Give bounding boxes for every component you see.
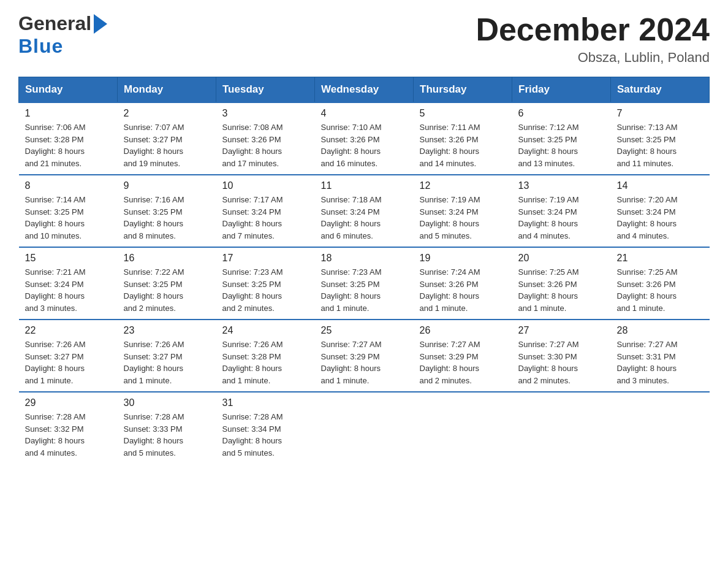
calendar-cell: 9 Sunrise: 7:16 AM Sunset: 3:25 PM Dayli… [118, 175, 216, 247]
day-info: Sunrise: 7:28 AM Sunset: 3:34 PM Dayligh… [222, 411, 309, 459]
day-info: Sunrise: 7:27 AM Sunset: 3:29 PM Dayligh… [321, 339, 408, 386]
calendar-cell: 10 Sunrise: 7:17 AM Sunset: 3:24 PM Dayl… [216, 175, 315, 247]
calendar-cell: 2 Sunrise: 7:07 AM Sunset: 3:27 PM Dayli… [118, 102, 216, 175]
calendar-cell: 11 Sunrise: 7:18 AM Sunset: 3:24 PM Dayl… [315, 175, 414, 247]
day-number: 30 [124, 397, 210, 408]
day-number: 2 [124, 108, 210, 119]
day-info: Sunrise: 7:28 AM Sunset: 3:33 PM Dayligh… [124, 411, 210, 459]
calendar-cell: 17 Sunrise: 7:23 AM Sunset: 3:25 PM Dayl… [216, 247, 315, 320]
calendar-table: Sunday Monday Tuesday Wednesday Thursday… [18, 77, 710, 464]
day-info: Sunrise: 7:06 AM Sunset: 3:28 PM Dayligh… [25, 121, 112, 169]
day-info: Sunrise: 7:16 AM Sunset: 3:25 PM Dayligh… [124, 194, 210, 242]
day-info: Sunrise: 7:26 AM Sunset: 3:27 PM Dayligh… [124, 339, 210, 386]
day-info: Sunrise: 7:24 AM Sunset: 3:26 PM Dayligh… [420, 266, 506, 314]
header-thursday: Thursday [414, 77, 512, 103]
day-number: 25 [321, 325, 408, 336]
week-row-4: 22 Sunrise: 7:26 AM Sunset: 3:27 PM Dayl… [19, 320, 710, 392]
day-info: Sunrise: 7:25 AM Sunset: 3:26 PM Dayligh… [617, 266, 703, 314]
day-number: 14 [617, 180, 703, 191]
day-number: 19 [420, 253, 506, 264]
day-info: Sunrise: 7:28 AM Sunset: 3:32 PM Dayligh… [25, 411, 112, 459]
header-wednesday: Wednesday [315, 77, 414, 103]
calendar-cell: 16 Sunrise: 7:22 AM Sunset: 3:25 PM Dayl… [118, 247, 216, 320]
calendar-cell [315, 392, 414, 464]
page-header: General Blue December 2024 Obsza, Lublin… [18, 12, 710, 66]
day-info: Sunrise: 7:27 AM Sunset: 3:29 PM Dayligh… [420, 339, 506, 386]
day-number: 29 [25, 397, 112, 408]
day-number: 17 [222, 253, 309, 264]
logo: General Blue [18, 12, 107, 58]
calendar-cell: 26 Sunrise: 7:27 AM Sunset: 3:29 PM Dayl… [414, 320, 512, 392]
calendar-cell: 12 Sunrise: 7:19 AM Sunset: 3:24 PM Dayl… [414, 175, 512, 247]
day-number: 20 [518, 253, 605, 264]
header-friday: Friday [512, 77, 611, 103]
day-info: Sunrise: 7:19 AM Sunset: 3:24 PM Dayligh… [420, 194, 506, 242]
day-info: Sunrise: 7:07 AM Sunset: 3:27 PM Dayligh… [124, 121, 210, 169]
day-info: Sunrise: 7:27 AM Sunset: 3:30 PM Dayligh… [518, 339, 605, 386]
location-subtitle: Obsza, Lublin, Poland [476, 50, 710, 66]
calendar-cell: 19 Sunrise: 7:24 AM Sunset: 3:26 PM Dayl… [414, 247, 512, 320]
calendar-cell: 29 Sunrise: 7:28 AM Sunset: 3:32 PM Dayl… [19, 392, 118, 464]
day-info: Sunrise: 7:27 AM Sunset: 3:31 PM Dayligh… [617, 339, 703, 386]
day-number: 27 [518, 325, 605, 336]
month-title: December 2024 [476, 12, 710, 47]
day-number: 13 [518, 180, 605, 191]
day-info: Sunrise: 7:26 AM Sunset: 3:28 PM Dayligh… [222, 339, 309, 386]
calendar-cell: 28 Sunrise: 7:27 AM Sunset: 3:31 PM Dayl… [611, 320, 710, 392]
day-number: 8 [25, 180, 112, 191]
day-info: Sunrise: 7:22 AM Sunset: 3:25 PM Dayligh… [124, 266, 210, 314]
calendar-cell: 7 Sunrise: 7:13 AM Sunset: 3:25 PM Dayli… [611, 102, 710, 175]
day-info: Sunrise: 7:25 AM Sunset: 3:26 PM Dayligh… [518, 266, 605, 314]
day-number: 18 [321, 253, 408, 264]
calendar-cell [611, 392, 710, 464]
calendar-cell: 18 Sunrise: 7:23 AM Sunset: 3:25 PM Dayl… [315, 247, 414, 320]
day-number: 5 [420, 108, 506, 119]
calendar-cell: 13 Sunrise: 7:19 AM Sunset: 3:24 PM Dayl… [512, 175, 611, 247]
calendar-cell [414, 392, 512, 464]
calendar-cell: 22 Sunrise: 7:26 AM Sunset: 3:27 PM Dayl… [19, 320, 118, 392]
day-number: 4 [321, 108, 408, 119]
day-number: 7 [617, 108, 703, 119]
day-info: Sunrise: 7:08 AM Sunset: 3:26 PM Dayligh… [222, 121, 309, 169]
day-info: Sunrise: 7:12 AM Sunset: 3:25 PM Dayligh… [518, 121, 605, 169]
logo-arrow-icon [94, 14, 107, 34]
day-info: Sunrise: 7:18 AM Sunset: 3:24 PM Dayligh… [321, 194, 408, 242]
week-row-5: 29 Sunrise: 7:28 AM Sunset: 3:32 PM Dayl… [19, 392, 710, 464]
header-tuesday: Tuesday [216, 77, 315, 103]
calendar-cell [512, 392, 611, 464]
day-info: Sunrise: 7:17 AM Sunset: 3:24 PM Dayligh… [222, 194, 309, 242]
calendar-cell: 4 Sunrise: 7:10 AM Sunset: 3:26 PM Dayli… [315, 102, 414, 175]
day-number: 12 [420, 180, 506, 191]
calendar-cell: 1 Sunrise: 7:06 AM Sunset: 3:28 PM Dayli… [19, 102, 118, 175]
day-number: 9 [124, 180, 210, 191]
calendar-cell: 3 Sunrise: 7:08 AM Sunset: 3:26 PM Dayli… [216, 102, 315, 175]
calendar-cell: 5 Sunrise: 7:11 AM Sunset: 3:26 PM Dayli… [414, 102, 512, 175]
day-number: 1 [25, 108, 112, 119]
header-saturday: Saturday [611, 77, 710, 103]
calendar-cell: 30 Sunrise: 7:28 AM Sunset: 3:33 PM Dayl… [118, 392, 216, 464]
week-row-1: 1 Sunrise: 7:06 AM Sunset: 3:28 PM Dayli… [19, 102, 710, 175]
calendar-cell: 20 Sunrise: 7:25 AM Sunset: 3:26 PM Dayl… [512, 247, 611, 320]
calendar-cell: 24 Sunrise: 7:26 AM Sunset: 3:28 PM Dayl… [216, 320, 315, 392]
calendar-cell: 8 Sunrise: 7:14 AM Sunset: 3:25 PM Dayli… [19, 175, 118, 247]
day-info: Sunrise: 7:19 AM Sunset: 3:24 PM Dayligh… [518, 194, 605, 242]
calendar-cell: 25 Sunrise: 7:27 AM Sunset: 3:29 PM Dayl… [315, 320, 414, 392]
header-sunday: Sunday [19, 77, 118, 103]
week-row-2: 8 Sunrise: 7:14 AM Sunset: 3:25 PM Dayli… [19, 175, 710, 247]
day-info: Sunrise: 7:14 AM Sunset: 3:25 PM Dayligh… [25, 194, 112, 242]
day-number: 15 [25, 253, 112, 264]
title-block: December 2024 Obsza, Lublin, Poland [476, 12, 710, 66]
calendar-cell: 31 Sunrise: 7:28 AM Sunset: 3:34 PM Dayl… [216, 392, 315, 464]
calendar-cell: 27 Sunrise: 7:27 AM Sunset: 3:30 PM Dayl… [512, 320, 611, 392]
day-number: 6 [518, 108, 605, 119]
day-number: 24 [222, 325, 309, 336]
header-monday: Monday [118, 77, 216, 103]
day-number: 10 [222, 180, 309, 191]
day-number: 16 [124, 253, 210, 264]
day-info: Sunrise: 7:13 AM Sunset: 3:25 PM Dayligh… [617, 121, 703, 169]
day-number: 22 [25, 325, 112, 336]
calendar-cell: 14 Sunrise: 7:20 AM Sunset: 3:24 PM Dayl… [611, 175, 710, 247]
day-number: 28 [617, 325, 703, 336]
day-info: Sunrise: 7:20 AM Sunset: 3:24 PM Dayligh… [617, 194, 703, 242]
days-header-row: Sunday Monday Tuesday Wednesday Thursday… [19, 77, 710, 103]
